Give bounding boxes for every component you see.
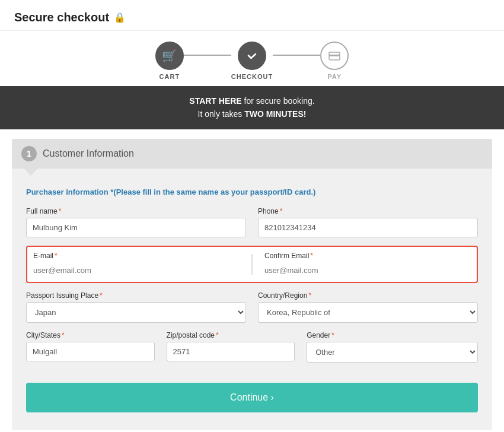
confirm-email-input[interactable] <box>264 263 471 277</box>
country-label: Country/Region* <box>258 291 478 300</box>
continue-button[interactable]: Continue › <box>26 383 478 412</box>
continue-button-label: Continue › <box>230 392 274 403</box>
passport-label: Passport Issuing Place* <box>26 291 246 300</box>
section1-header: 1 Customer Information <box>12 139 492 169</box>
email-label: E-mail* <box>33 252 240 260</box>
page-title: Secure checkout <box>14 11 109 24</box>
email-group: E-mail* <box>33 252 240 277</box>
gender-select[interactable]: Male Female Other <box>307 342 478 363</box>
step-checkout-label: CHECKOUT <box>231 73 273 80</box>
confirm-email-label: Confirm Email* <box>264 252 471 260</box>
step-cart-circle: 🛒 <box>155 42 184 70</box>
city-group: City/States* <box>26 331 155 363</box>
step-checkout: CHECKOUT <box>231 42 273 80</box>
continue-btn-wrapper: Continue › <box>12 377 492 418</box>
banner-line2-prefix: It only takes <box>198 109 245 119</box>
passport-select[interactable]: Japan Korea, Republic of USA China Other <box>26 302 246 323</box>
name-phone-row: Full name* Phone* <box>26 207 478 237</box>
step-pay-label: PAY <box>327 73 342 80</box>
phone-input[interactable] <box>258 218 478 237</box>
customer-information-section: 1 Customer Information Purchaser informa… <box>12 139 492 430</box>
full-name-input[interactable] <box>26 218 246 237</box>
customer-form: Purchaser information *(Please fill in t… <box>12 182 492 377</box>
email-row-wrapper: E-mail* Confirm Email* <box>26 246 478 283</box>
email-divider <box>251 254 253 275</box>
zip-label: Zip/postal code* <box>167 331 295 339</box>
checkout-steps: 🛒 CART CHECKOUT PAY <box>0 31 504 86</box>
zip-group: Zip/postal code* <box>167 331 295 363</box>
full-name-label: Full name* <box>26 207 246 215</box>
svg-rect-2 <box>329 55 340 56</box>
city-input[interactable] <box>26 342 155 361</box>
step-pay: PAY <box>320 42 349 80</box>
step-line-1 <box>184 55 231 56</box>
info-banner: START HERE for secure booking. It only t… <box>0 86 504 129</box>
section1-title: Customer Information <box>43 148 134 159</box>
step-line-2 <box>273 55 320 56</box>
step-pay-circle <box>320 42 349 70</box>
banner-line1: for secure booking. <box>244 96 315 106</box>
full-name-group: Full name* <box>26 207 246 237</box>
confirm-email-group: Confirm Email* <box>264 252 471 277</box>
step-cart-label: CART <box>160 73 180 80</box>
section1-number: 1 <box>21 146 37 161</box>
zip-input[interactable] <box>167 342 295 361</box>
email-input[interactable] <box>33 263 240 277</box>
page-header: Secure checkout 🔒 <box>0 0 504 31</box>
banner-start-here: START HERE <box>189 96 241 106</box>
step-checkout-circle <box>238 42 266 70</box>
country-group: Country/Region* Korea, Republic of Japan… <box>258 291 478 323</box>
passport-country-row: Passport Issuing Place* Japan Korea, Rep… <box>26 291 478 323</box>
gender-label: Gender* <box>307 331 478 339</box>
lock-icon: 🔒 <box>114 12 126 23</box>
city-zip-gender-row: City/States* Zip/postal code* Gender* Ma <box>26 331 478 363</box>
passport-group: Passport Issuing Place* Japan Korea, Rep… <box>26 291 246 323</box>
gender-group: Gender* Male Female Other <box>307 331 478 363</box>
phone-group: Phone* <box>258 207 478 237</box>
banner-line2-bold: TWO MINUTES! <box>244 109 306 119</box>
city-label: City/States* <box>26 331 155 339</box>
step-cart: 🛒 CART <box>155 42 184 80</box>
section1-triangle <box>24 169 38 176</box>
purchaser-info-label: Purchaser information *(Please fill in t… <box>26 188 478 196</box>
phone-label: Phone* <box>258 207 478 215</box>
country-select[interactable]: Korea, Republic of Japan USA China Other <box>258 302 478 323</box>
email-row: E-mail* Confirm Email* <box>33 252 471 277</box>
